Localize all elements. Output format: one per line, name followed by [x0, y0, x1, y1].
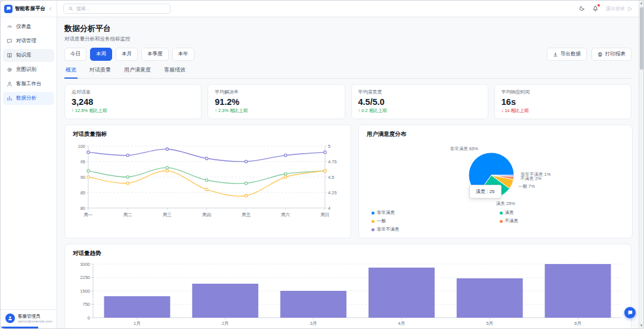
stat-value: 4.5/5.0 [358, 97, 481, 107]
download-icon [553, 52, 558, 57]
search-input[interactable] [76, 6, 166, 11]
svg-text:5月: 5月 [486, 321, 493, 326]
search-box [63, 4, 171, 14]
logout-label: 退出登录 [606, 5, 625, 12]
sidebar-item-data-analysis[interactable]: 数据分析 [3, 92, 54, 105]
svg-text:周三: 周三 [163, 212, 172, 218]
quality-line-chart: 8085909510044.254.54.755周一周二周三周四周五周六周日 [73, 141, 343, 219]
stat-label: 平均解决率 [215, 89, 338, 95]
svg-text:满意 25%: 满意 25% [496, 201, 515, 206]
svg-text:80: 80 [80, 206, 85, 211]
chat-fab-button[interactable] [624, 307, 636, 318]
svg-text:750: 750 [82, 302, 90, 307]
scrollbar-thumb[interactable] [640, 7, 643, 70]
chevron-left-icon [48, 6, 54, 12]
svg-text:3月: 3月 [310, 321, 317, 326]
gauge-icon [7, 24, 13, 30]
search-icon [68, 6, 73, 11]
stat-label: 平均满意度 [358, 89, 481, 95]
stat-value: 16s [501, 97, 624, 107]
card-title: 对话质量指标 [73, 131, 343, 138]
moon-icon [578, 5, 585, 12]
app-logo-icon [4, 5, 13, 13]
svg-text:周一: 周一 [84, 212, 94, 218]
chat-bubble-icon [7, 38, 13, 44]
export-data-button[interactable]: 导出数据 [547, 48, 587, 61]
page-title: 数据分析平台 [64, 23, 631, 34]
scrollbar[interactable]: ▲ ▼ [639, 1, 643, 328]
sidebar-item-intent-recognition[interactable]: 意图识别 [3, 63, 54, 76]
stat-card-resolution-rate: 平均解决率91.2%↑ 2.3% 相比上期 [208, 84, 345, 119]
time-range-button-this-year[interactable]: 本年 [172, 48, 194, 61]
sidebar-item-label: 仪表盘 [16, 23, 32, 30]
chat-fab-icon [627, 310, 633, 316]
svg-text:非常满意 65%: 非常满意 65% [450, 146, 478, 151]
legend-dot [500, 220, 503, 223]
legend-label: 不满意 [505, 218, 519, 224]
controls-row: 今日本周本月本季度本年 导出数据打印报表 [64, 48, 631, 61]
svg-text:100: 100 [78, 144, 85, 149]
stat-card-avg-satisfaction: 平均满意度4.5/5.0↑ 0.2 相比上期 [351, 84, 488, 119]
tab-agent-performance[interactable]: 客服绩效 [163, 64, 187, 78]
stat-delta: ↑ 2.3% 相比上期 [215, 108, 338, 114]
legend-item-very-dissatisfied: 非常不满意 [371, 226, 400, 232]
satisfaction-card: 用户满意度分布 非常满意 65%满意 25%一般 7%不满意 2%非常不满意 1… [358, 125, 633, 238]
svg-text:非常不满意 1%: 非常不满意 1% [521, 172, 551, 177]
action-label: 导出数据 [561, 51, 581, 58]
legend-item-satisfied: 满意 [500, 210, 519, 216]
header-actions: 导出数据打印报表 [547, 48, 631, 61]
scrollbar-up-arrow[interactable]: ▲ [640, 1, 643, 6]
pie-legend: 非常满意一般非常不满意满意不满意 [371, 210, 624, 232]
sidebar-item-knowledge-base[interactable]: 知识库 [3, 49, 54, 62]
sidebar-item-conversations[interactable]: 对话管理 [3, 35, 54, 48]
svg-text:周六: 周六 [281, 212, 290, 218]
svg-text:4.5: 4.5 [328, 175, 334, 180]
legend-dot [500, 212, 503, 215]
stat-value: 91.2% [215, 97, 338, 107]
svg-text:4.75: 4.75 [328, 159, 337, 164]
stats-row: 总对话量3,248↑ 12.5% 相比上期平均解决率91.2%↑ 2.3% 相比… [64, 84, 631, 119]
chat-logo-icon [6, 6, 11, 11]
logout-button[interactable]: 退出登录 [606, 5, 633, 12]
svg-text:95: 95 [80, 159, 85, 164]
svg-text:4.25: 4.25 [328, 190, 337, 195]
scrollbar-down-arrow[interactable]: ▼ [640, 323, 643, 328]
dark-mode-toggle[interactable] [578, 5, 585, 12]
legend-label: 满意 [505, 210, 514, 216]
tab-conversation-quality[interactable]: 对话质量 [88, 64, 112, 78]
legend-label: 非常不满意 [377, 226, 400, 232]
time-range-button-this-month[interactable]: 本月 [116, 48, 138, 61]
svg-text:3000: 3000 [80, 262, 90, 267]
svg-text:0: 0 [88, 315, 90, 321]
sidebar-user[interactable]: 客服管理员 admin@example.com [1, 309, 57, 328]
stat-label: 总对话量 [72, 89, 194, 95]
sidebar-collapse-button[interactable] [48, 6, 54, 12]
stat-card-total-conversations: 总对话量3,248↑ 12.5% 相比上期 [64, 84, 202, 119]
sidebar-item-dashboard[interactable]: 仪表盘 [3, 20, 54, 33]
stat-value: 3,248 [72, 97, 194, 107]
time-range-button-this-week[interactable]: 本周 [90, 48, 112, 61]
time-range-button-today[interactable]: 今日 [64, 48, 86, 61]
card-title: 用户满意度分布 [367, 131, 624, 138]
sidebar-item-agent-workbench[interactable]: 客服工作台 [3, 77, 54, 91]
svg-text:2月: 2月 [222, 321, 229, 326]
printer-icon [597, 52, 603, 57]
action-label: 打印报表 [605, 51, 626, 58]
chart-tooltip: 满意 : 25 [469, 185, 501, 198]
legend-label: 一般 [377, 218, 386, 224]
sidebar-nav: 仪表盘对话管理知识库意图识别客服工作台数据分析 [1, 17, 57, 309]
topbar-actions: 退出登录 [578, 5, 633, 12]
stat-delta: ↑ 0.2 相比上期 [358, 108, 481, 114]
volume-trend-card: 对话量趋势 07501500225030001月2月3月4月5月6月 近6个月对… [64, 244, 631, 328]
notifications-button[interactable] [592, 5, 599, 12]
print-report-button[interactable]: 打印报表 [592, 48, 631, 61]
charts-row: 对话质量指标 8085909510044.254.54.755周一周二周三周四周… [64, 125, 631, 238]
search-icon [68, 6, 73, 11]
svg-text:周日: 周日 [321, 212, 330, 218]
tab-user-satisfaction[interactable]: 用户满意度 [123, 64, 152, 78]
legend-item-neutral: 一般 [371, 218, 400, 224]
svg-text:4月: 4月 [398, 321, 405, 326]
logout-icon [627, 6, 633, 12]
tab-overview[interactable]: 概览 [64, 64, 78, 79]
time-range-button-this-quarter[interactable]: 本季度 [141, 48, 169, 61]
